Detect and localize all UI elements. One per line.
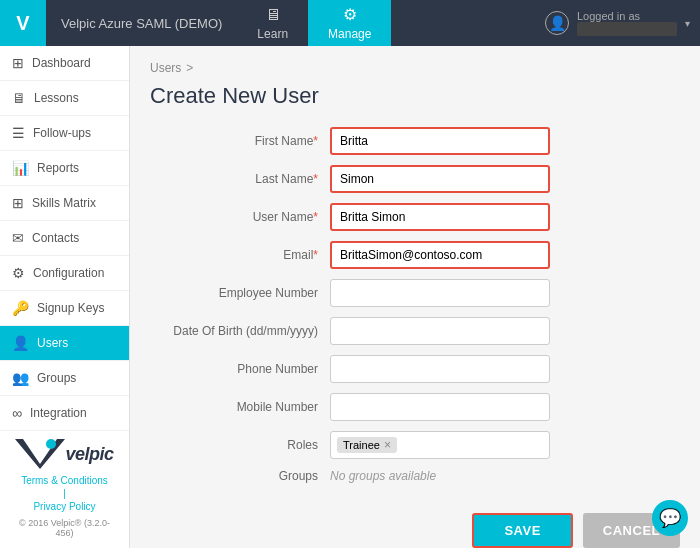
employee-number-input-wrapper (330, 279, 550, 307)
lessons-icon: 🖥 (12, 90, 26, 106)
form-row-last-name: Last Name* (150, 165, 680, 193)
sidebar-item-reports-label: Reports (37, 161, 79, 175)
users-icon: 👤 (12, 335, 29, 351)
breadcrumb-separator: > (186, 61, 193, 75)
sidebar-item-integration-label: Integration (30, 406, 87, 420)
mobile-input-wrapper (330, 393, 550, 421)
mobile-label: Mobile Number (150, 400, 330, 414)
main-content: Users > Create New User First Name* Last… (130, 46, 700, 548)
contacts-icon: ✉ (12, 230, 24, 246)
velpic-logo-icon (15, 439, 65, 469)
sidebar-item-users-label: Users (37, 336, 68, 350)
nav-learn[interactable]: 🖥 Learn (237, 0, 308, 46)
first-name-input[interactable] (330, 127, 550, 155)
terms-link[interactable]: Terms & Conditions (12, 475, 117, 486)
gear-icon: ⚙ (343, 5, 357, 24)
dob-label: Date Of Birth (dd/mm/yyyy) (150, 324, 330, 338)
save-button[interactable]: SAVE (472, 513, 572, 548)
separator: | (12, 488, 117, 499)
svg-point-1 (46, 439, 56, 449)
user-name-input-wrapper (330, 203, 550, 231)
sidebar-item-followups[interactable]: ☰ Follow-ups (0, 116, 129, 151)
copyright: © 2016 Velpic® (3.2.0-456) (0, 516, 129, 540)
skillsmatrix-icon: ⊞ (12, 195, 24, 211)
form-row-groups: Groups No groups available (150, 469, 680, 483)
nav-links: 🖥 Learn ⚙ Manage (237, 0, 545, 46)
velpic-brand-text: velpic (65, 444, 113, 465)
sidebar-item-skillsmatrix[interactable]: ⊞ Skills Matrix (0, 186, 129, 221)
sidebar-item-users[interactable]: 👤 Users (0, 326, 129, 361)
phone-label: Phone Number (150, 362, 330, 376)
privacy-link[interactable]: Privacy Policy (12, 501, 117, 512)
breadcrumb: Users > (150, 61, 680, 75)
signupkeys-icon: 🔑 (12, 300, 29, 316)
form-buttons: SAVE CANCEL (150, 503, 680, 548)
followups-icon: ☰ (12, 125, 25, 141)
top-nav-right: 👤 Logged in as ▾ (545, 10, 700, 36)
role-tag-label: Trainee (343, 439, 380, 451)
role-tag-trainee: Trainee × (337, 437, 397, 453)
monitor-icon: 🖥 (265, 6, 281, 24)
groups-value: No groups available (330, 469, 436, 483)
sidebar-item-integration[interactable]: ∞ Integration (0, 396, 129, 431)
user-avatar-icon: 👤 (545, 11, 569, 35)
user-name-input[interactable] (330, 203, 550, 231)
sidebar-item-reports[interactable]: 📊 Reports (0, 151, 129, 186)
roles-field[interactable]: Trainee × (330, 431, 550, 459)
sidebar-item-groups-label: Groups (37, 371, 76, 385)
sidebar-item-followups-label: Follow-ups (33, 126, 91, 140)
groups-label: Groups (150, 469, 330, 483)
sidebar-item-signupkeys-label: Signup Keys (37, 301, 104, 315)
chat-bubble-button[interactable]: 💬 (652, 500, 688, 536)
form-row-dob: Date Of Birth (dd/mm/yyyy) (150, 317, 680, 345)
sidebar-item-lessons[interactable]: 🖥 Lessons (0, 81, 129, 116)
chat-icon: 💬 (659, 507, 681, 529)
sidebar-item-lessons-label: Lessons (34, 91, 79, 105)
sidebar-item-dashboard[interactable]: ⊞ Dashboard (0, 46, 129, 81)
email-input-wrapper (330, 241, 550, 269)
logged-in-label: Logged in as (577, 10, 640, 22)
employee-number-label: Employee Number (150, 286, 330, 300)
form-row-email: Email* (150, 241, 680, 269)
sidebar-logo: velpic (0, 431, 129, 471)
create-user-form: First Name* Last Name* User Name* (150, 127, 680, 483)
mobile-input[interactable] (330, 393, 550, 421)
phone-input[interactable] (330, 355, 550, 383)
sidebar-item-groups[interactable]: 👥 Groups (0, 361, 129, 396)
sidebar-legal-links: Terms & Conditions | Privacy Policy (0, 471, 129, 516)
sidebar-item-contacts[interactable]: ✉ Contacts (0, 221, 129, 256)
phone-input-wrapper (330, 355, 550, 383)
top-navigation: V Velpic Azure SAML (DEMO) 🖥 Learn ⚙ Man… (0, 0, 700, 46)
logged-in-username (577, 22, 677, 36)
sidebar-item-skillsmatrix-label: Skills Matrix (32, 196, 96, 210)
first-name-input-wrapper (330, 127, 550, 155)
email-input[interactable] (330, 241, 550, 269)
user-name-label: User Name* (150, 210, 330, 224)
main-layout: ⊞ Dashboard 🖥 Lessons ☰ Follow-ups 📊 Rep… (0, 46, 700, 548)
form-row-mobile: Mobile Number (150, 393, 680, 421)
nav-learn-label: Learn (257, 27, 288, 41)
role-remove-button[interactable]: × (384, 438, 391, 452)
integration-icon: ∞ (12, 405, 22, 421)
email-label: Email* (150, 248, 330, 262)
page-title: Create New User (150, 83, 680, 109)
employee-number-input[interactable] (330, 279, 550, 307)
form-row-user-name: User Name* (150, 203, 680, 231)
chevron-down-icon[interactable]: ▾ (685, 18, 690, 29)
sidebar-item-configuration[interactable]: ⚙ Configuration (0, 256, 129, 291)
dashboard-icon: ⊞ (12, 55, 24, 71)
sidebar: ⊞ Dashboard 🖥 Lessons ☰ Follow-ups 📊 Rep… (0, 46, 130, 548)
form-row-roles: Roles Trainee × (150, 431, 680, 459)
logged-in-info: Logged in as (577, 10, 677, 36)
last-name-input[interactable] (330, 165, 550, 193)
dob-input-wrapper (330, 317, 550, 345)
sidebar-item-signupkeys[interactable]: 🔑 Signup Keys (0, 291, 129, 326)
nav-manage-label: Manage (328, 27, 371, 41)
dob-input[interactable] (330, 317, 550, 345)
sidebar-item-contacts-label: Contacts (32, 231, 79, 245)
last-name-label: Last Name* (150, 172, 330, 186)
nav-manage[interactable]: ⚙ Manage (308, 0, 391, 46)
reports-icon: 📊 (12, 160, 29, 176)
form-row-phone: Phone Number (150, 355, 680, 383)
app-brand: Velpic Azure SAML (DEMO) (46, 16, 237, 31)
